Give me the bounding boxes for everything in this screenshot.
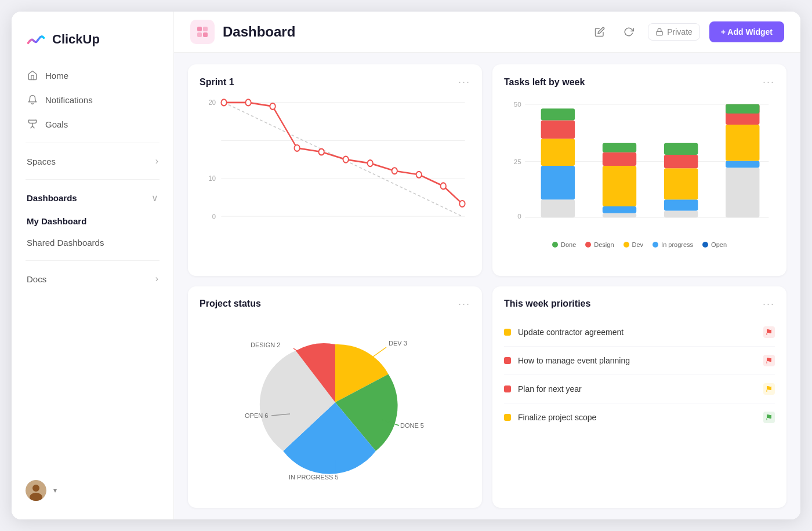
user-profile[interactable]: ▾: [12, 473, 173, 508]
svg-rect-44: [603, 152, 636, 166]
svg-rect-55: [726, 104, 759, 114]
svg-text:20: 20: [209, 98, 216, 107]
private-badge[interactable]: Private: [648, 23, 700, 41]
sidebar-item-goals[interactable]: Goals: [19, 112, 166, 136]
priority-item-2: How to manage event planning: [504, 347, 775, 375]
sprint-chart: 20 10 0: [200, 96, 470, 235]
dashboard-grid: Sprint 1 ··· 20 10 0: [174, 53, 800, 519]
chevron-right-icon-docs: ›: [155, 274, 158, 284]
sidebar-item-shared-dashboards[interactable]: Shared Dashboards: [19, 232, 166, 253]
svg-point-19: [245, 99, 251, 106]
svg-rect-38: [541, 120, 575, 139]
sidebar-section-dashboards[interactable]: Dashboards ∨: [19, 187, 166, 209]
priority-item-1: Update contractor agreement: [504, 318, 775, 347]
my-dashboard-label: My Dashboard: [27, 216, 86, 226]
priorities-header: This week priorities ···: [504, 298, 775, 310]
svg-rect-36: [541, 166, 575, 199]
sprint-card-menu[interactable]: ···: [458, 76, 470, 88]
add-widget-button[interactable]: + Add Widget: [709, 21, 784, 42]
legend-done: Done: [552, 241, 576, 248]
legend-dot-in-progress: [652, 242, 658, 248]
docs-label: Docs: [27, 274, 46, 284]
legend-open: Open: [702, 241, 727, 248]
svg-rect-39: [541, 108, 575, 120]
refresh-button[interactable]: [619, 22, 639, 42]
priority-dot-2: [504, 357, 511, 364]
legend-dot-design: [585, 242, 591, 248]
svg-point-26: [416, 172, 422, 178]
svg-point-23: [343, 157, 349, 163]
priority-left-1: Update contractor agreement: [504, 328, 624, 337]
svg-text:OPEN 6: OPEN 6: [245, 412, 268, 419]
priority-item-4: Finalize project scope: [504, 403, 775, 431]
sidebar-item-my-dashboard[interactable]: My Dashboard: [19, 210, 166, 232]
tasks-card: Tasks left by week ··· 50 25 0: [492, 64, 786, 276]
pie-section: DEV 3 DONE 5 IN PROGRESS 5 OPEN 6 DESIGN…: [200, 318, 470, 481]
svg-point-27: [441, 183, 446, 189]
priority-flag-4[interactable]: [763, 412, 775, 423]
tasks-chart: 50 25 0: [504, 96, 775, 235]
home-icon: [27, 70, 38, 81]
svg-rect-45: [603, 143, 636, 152]
priority-flag-2[interactable]: [763, 355, 775, 366]
priorities-menu[interactable]: ···: [763, 298, 775, 310]
legend-label-open: Open: [711, 241, 727, 248]
pie-chart-svg: DEV 3 DONE 5 IN PROGRESS 5 OPEN 6 DESIGN…: [242, 318, 428, 481]
priority-flag-1[interactable]: [763, 326, 775, 338]
legend-dev: Dev: [624, 241, 644, 248]
priority-text-4: Finalize project scope: [518, 413, 596, 422]
logo[interactable]: ClickUp: [12, 23, 173, 64]
priority-text-3: Plan for next year: [518, 384, 582, 394]
priorities-card: This week priorities ··· Update contract…: [492, 286, 786, 508]
dashboards-label: Dashboards: [27, 193, 77, 203]
svg-text:DESIGN 2: DESIGN 2: [251, 341, 280, 348]
chevron-right-icon: ›: [155, 156, 158, 166]
legend-label-in-progress: In progress: [661, 241, 693, 248]
svg-text:50: 50: [514, 100, 521, 108]
svg-rect-5: [197, 27, 202, 31]
svg-point-22: [318, 149, 324, 155]
svg-rect-51: [726, 168, 759, 217]
legend-in-progress: In progress: [652, 241, 693, 248]
svg-rect-48: [664, 168, 698, 199]
header-right: Private + Add Widget: [590, 21, 784, 42]
sidebar-item-notifications[interactable]: Notifications: [19, 88, 166, 111]
svg-point-18: [221, 99, 226, 106]
priority-item-3: Plan for next year: [504, 375, 775, 403]
page-title: Dashboard: [223, 24, 295, 40]
priority-flag-3[interactable]: [763, 383, 775, 395]
priority-left-4: Finalize project scope: [504, 413, 596, 422]
priority-text-1: Update contractor agreement: [518, 328, 624, 337]
priorities-title: This week priorities: [504, 299, 590, 309]
sidebar-section-spaces[interactable]: Spaces ›: [19, 150, 166, 172]
tasks-chart-svg: 50 25 0: [504, 96, 775, 235]
bell-icon: [27, 94, 38, 106]
sidebar-section-docs[interactable]: Docs ›: [19, 268, 166, 290]
legend-dot-open: [702, 242, 708, 248]
edit-button[interactable]: [590, 22, 610, 42]
priority-left-3: Plan for next year: [504, 384, 582, 394]
dashboard-grid-icon: [190, 20, 215, 44]
svg-text:25: 25: [514, 158, 521, 165]
priority-dot-3: [504, 385, 511, 392]
logo-text: ClickUp: [52, 32, 100, 47]
tasks-card-menu[interactable]: ···: [763, 76, 775, 88]
tasks-chart-legend: Done Design Dev In progress: [504, 241, 775, 248]
svg-rect-52: [726, 161, 759, 168]
legend-label-dev: Dev: [632, 241, 644, 248]
svg-text:10: 10: [209, 174, 216, 183]
shared-dashboards-label: Shared Dashboards: [27, 238, 104, 248]
svg-rect-43: [603, 166, 636, 206]
svg-rect-46: [664, 210, 698, 217]
logo-icon: [26, 29, 46, 50]
private-label: Private: [667, 27, 693, 37]
sidebar-item-home[interactable]: Home: [19, 64, 166, 87]
svg-point-28: [459, 201, 465, 207]
project-status-menu[interactable]: ···: [458, 298, 470, 310]
nav-divider-3: [26, 260, 160, 261]
app-container: ClickUp Home Notifications: [12, 12, 800, 519]
spaces-label: Spaces: [27, 157, 56, 166]
project-status-card: Project status ···: [188, 286, 482, 508]
legend-design: Design: [585, 241, 614, 248]
sprint-card: Sprint 1 ··· 20 10 0: [188, 64, 482, 276]
